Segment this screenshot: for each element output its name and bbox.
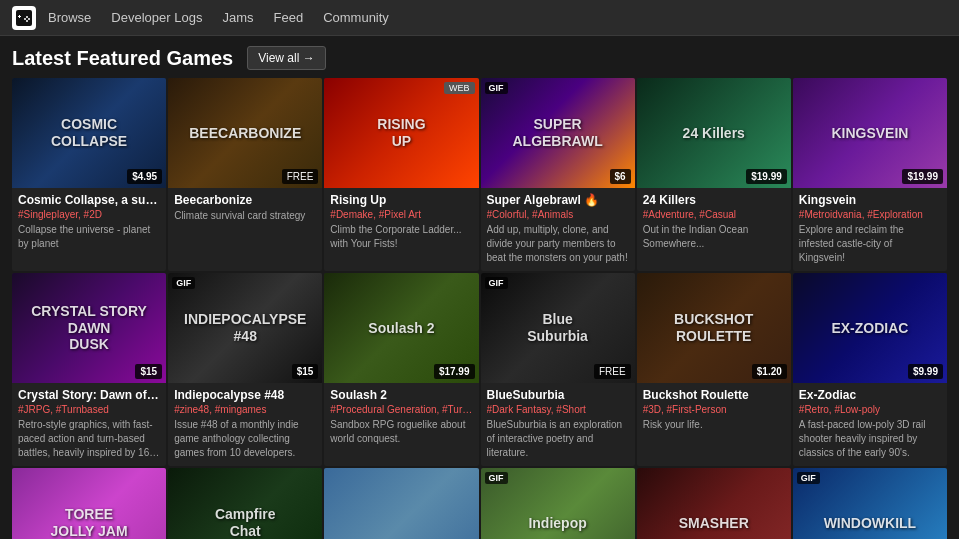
thumb-label: CRYSTAL STORYDAWNDUSK <box>27 299 151 357</box>
section-header: Latest Featured Games View all → <box>0 36 959 78</box>
svg-point-6 <box>26 20 28 22</box>
price-badge: $15 <box>135 364 162 379</box>
gif-badge: GIF <box>485 277 508 289</box>
price-badge: $9.99 <box>908 364 943 379</box>
game-thumbnail: INDIEPOCALYPSE #48 GIF $15 <box>168 273 322 383</box>
game-card-crystal-dawn-dusk[interactable]: CRYSTAL STORYDAWNDUSK $15 Crystal Story:… <box>12 273 166 466</box>
game-title: Crystal Story: Dawn of Dusk <box>18 388 160 402</box>
nav-items: Browse Developer Logs Jams Feed Communit… <box>48 8 389 27</box>
game-thumbnail: CRYSTAL STORYDAWNDUSK $15 <box>12 273 166 383</box>
game-info: BlueSuburbia #Dark Fantasy, #Short BlueS… <box>481 383 635 466</box>
game-title: 24 Killers <box>643 193 785 207</box>
game-desc: Climate survival card strategy <box>174 209 316 223</box>
gif-badge: GIF <box>485 472 508 484</box>
game-tags: #Metroidvania, #Exploration <box>799 209 941 220</box>
game-thumbnail: SMASHER <box>637 468 791 539</box>
game-desc: Out in the Indian Ocean Somewhere... <box>643 223 785 251</box>
game-card-super-algebrawl[interactable]: SUPERALGEBRAWL GIF $6 Super Algebrawl 🔥 … <box>481 78 635 271</box>
game-card-rising-up[interactable]: RISINGUP WEB Rising Up #Demake, #Pixel A… <box>324 78 478 271</box>
game-card-buckshot-roulette[interactable]: BUCKSHOTROULETTE $1.20 Buckshot Roulette… <box>637 273 791 466</box>
thumb-label: TOREEJOLLY JAM <box>47 502 132 539</box>
game-card-ex-zodiac[interactable]: EX-ZODIAC $9.99 Ex-Zodiac #Retro, #Low-p… <box>793 273 947 466</box>
svg-point-3 <box>26 16 28 18</box>
thumb-bg: CampfireChat <box>168 468 322 539</box>
game-desc: Explore and reclaim the infested castle-… <box>799 223 941 265</box>
game-card-cosmic-collapse[interactable]: COSMICCOLLAPSE $4.95 Cosmic Collapse, a … <box>12 78 166 271</box>
game-title: Beecarbonize <box>174 193 316 207</box>
thumb-label: WINDOWKILL <box>820 511 921 536</box>
game-title: Buckshot Roulette <box>643 388 785 402</box>
game-card-indiepocalypse-48[interactable]: INDIEPOCALYPSE #48 GIF $15 Indiepocalyps… <box>168 273 322 466</box>
game-card-beecarbonize[interactable]: BEECARBONIZE FREE Beecarbonize Climate s… <box>168 78 322 271</box>
nav-jams[interactable]: Jams <box>222 8 253 27</box>
game-info: Beecarbonize Climate survival card strat… <box>168 188 322 229</box>
game-title: Indiepocalypse #48 <box>174 388 316 402</box>
game-tags: #Dark Fantasy, #Short <box>487 404 629 415</box>
game-card-smasher[interactable]: SMASHER Smasher <box>637 468 791 539</box>
game-info: Rising Up #Demake, #Pixel Art Climb the … <box>324 188 478 257</box>
thumb-label: COSMICCOLLAPSE <box>47 112 131 154</box>
game-card-soulash-2[interactable]: Soulash 2 $17.99 Soulash 2 #Procedural G… <box>324 273 478 466</box>
game-desc: Risk your life. <box>643 418 785 432</box>
game-thumbnail: BEECARBONIZE FREE <box>168 78 322 188</box>
game-tags: #Adventure, #Casual <box>643 209 785 220</box>
game-tags: #zine48, #mingames <box>174 404 316 415</box>
game-info: Cosmic Collapse, a suika-like #Singlepla… <box>12 188 166 257</box>
game-thumbnail: Soulash 2 $17.99 <box>324 273 478 383</box>
nav-developer-logs[interactable]: Developer Logs <box>111 8 202 27</box>
game-tags: #Singleplayer, #2D <box>18 209 160 220</box>
game-title: BlueSuburbia <box>487 388 629 402</box>
game-title: Ex-Zodiac <box>799 388 941 402</box>
nav-bar: Browse Developer Logs Jams Feed Communit… <box>0 0 959 36</box>
game-thumbnail: KINGSVEIN $19.99 <box>793 78 947 188</box>
game-card-bluesuburbia[interactable]: BlueSuburbia GIF FREE BlueSuburbia #Dark… <box>481 273 635 466</box>
nav-browse[interactable]: Browse <box>48 8 91 27</box>
gif-badge: GIF <box>172 277 195 289</box>
game-card-24-killers[interactable]: 24 Killers $19.99 24 Killers #Adventure,… <box>637 78 791 271</box>
game-info: Ex-Zodiac #Retro, #Low-poly A fast-paced… <box>793 383 947 466</box>
gif-badge: GIF <box>485 82 508 94</box>
site-logo[interactable] <box>12 6 36 30</box>
game-thumbnail: SUPERALGEBRAWL GIF $6 <box>481 78 635 188</box>
game-desc: A fast-paced low-poly 3D rail shooter he… <box>799 418 941 460</box>
game-card-unknown-3[interactable] <box>324 468 478 539</box>
game-info: Soulash 2 #Procedural Generation, #Turn-… <box>324 383 478 452</box>
game-title: Cosmic Collapse, a suika-like <box>18 193 160 207</box>
price-badge: $6 <box>610 169 631 184</box>
game-title: Soulash 2 <box>330 388 472 402</box>
game-thumbnail: 24 Killers $19.99 <box>637 78 791 188</box>
price-badge: $15 <box>292 364 319 379</box>
game-thumbnail: Indiepop GIF <box>481 468 635 539</box>
view-all-button[interactable]: View all → <box>247 46 325 70</box>
game-title: Kingsvein <box>799 193 941 207</box>
game-thumbnail: EX-ZODIAC $9.99 <box>793 273 947 383</box>
gif-badge: GIF <box>797 472 820 484</box>
nav-feed[interactable]: Feed <box>273 8 303 27</box>
game-desc: Issue #48 of a monthly indie game anthol… <box>174 418 316 460</box>
svg-point-4 <box>28 18 30 20</box>
game-tags: #3D, #First-Person <box>643 404 785 415</box>
thumb-label: KINGSVEIN <box>827 121 912 146</box>
game-card-kingsvein[interactable]: KINGSVEIN $19.99 Kingsvein #Metroidvania… <box>793 78 947 271</box>
thumb-label: CampfireChat <box>211 502 280 539</box>
game-tags: #Procedural Generation, #Turn-based <box>330 404 472 415</box>
game-card-indiepop-4[interactable]: Indiepop GIF <box>481 468 635 539</box>
game-info: Crystal Story: Dawn of Dusk #JRPG, #Turn… <box>12 383 166 466</box>
svg-point-5 <box>24 18 26 20</box>
price-badge: $17.99 <box>434 364 475 379</box>
thumb-label: SUPERALGEBRAWL <box>508 112 606 154</box>
game-card-windowkill[interactable]: WINDOWKILL GIF Windowkill #Retro, #Low-p… <box>793 468 947 539</box>
thumb-bg: TOREEJOLLY JAM <box>12 468 166 539</box>
game-tags: #Colorful, #Animals <box>487 209 629 220</box>
thumb-label: BlueSuburbia <box>523 307 592 349</box>
game-card-campfire-chat[interactable]: CampfireChat Campfire Chat <box>168 468 322 539</box>
thumb-bg <box>324 468 478 539</box>
game-desc: Sandbox RPG roguelike about world conque… <box>330 418 472 446</box>
nav-community[interactable]: Community <box>323 8 389 27</box>
thumb-label: BUCKSHOTROULETTE <box>670 307 757 349</box>
game-thumbnail <box>324 468 478 539</box>
thumb-bg: SMASHER <box>637 468 791 539</box>
game-card-toree-jolly-jam[interactable]: TOREEJOLLY JAM Toree Jolly Jam <box>12 468 166 539</box>
game-tags: #Demake, #Pixel Art <box>330 209 472 220</box>
thumb-label: INDIEPOCALYPSE #48 <box>168 307 322 349</box>
